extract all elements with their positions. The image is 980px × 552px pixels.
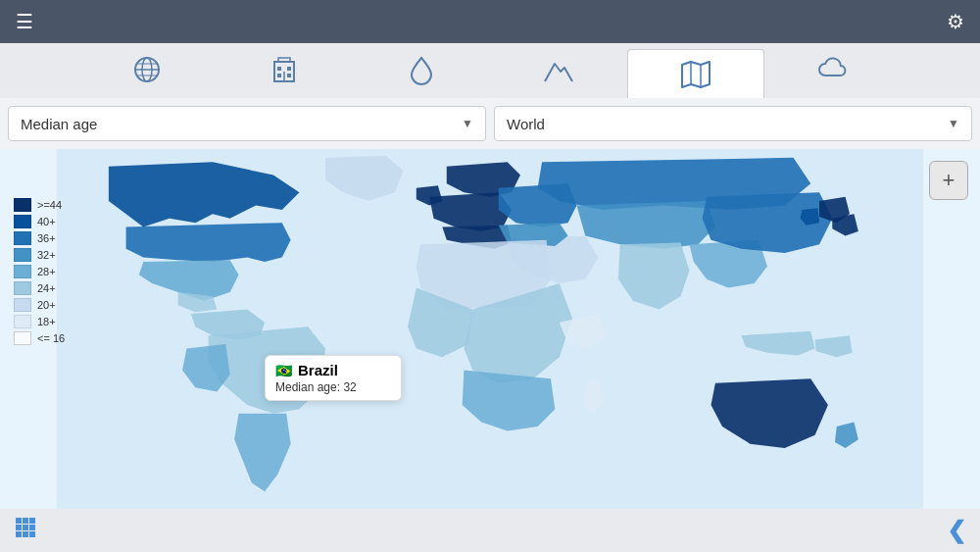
- legend-color-28: [14, 265, 31, 278]
- grid-icon[interactable]: [14, 516, 37, 545]
- country-flag: 🇧🇷: [275, 363, 292, 378]
- svg-rect-17: [23, 518, 28, 524]
- region-dropdown[interactable]: World ▼: [494, 106, 972, 141]
- zoom-in-button[interactable]: +: [929, 161, 968, 200]
- nav-tabs: [0, 43, 980, 98]
- region-dropdown-label: World: [507, 116, 545, 132]
- svg-rect-10: [287, 74, 291, 77]
- svg-marker-12: [682, 62, 710, 87]
- svg-rect-20: [23, 525, 28, 530]
- svg-rect-7: [277, 67, 281, 71]
- legend-item-16: <= 16: [14, 331, 65, 345]
- legend-label-36: 36+: [37, 232, 56, 244]
- tab-map[interactable]: [627, 49, 764, 98]
- legend-color-24: [14, 281, 31, 295]
- country-tooltip: 🇧🇷 Brazil Median age: 32: [265, 355, 402, 401]
- svg-rect-22: [16, 531, 22, 537]
- legend-color-36: [14, 231, 31, 245]
- svg-rect-18: [29, 518, 35, 524]
- metric-dropdown-label: Median age: [21, 116, 97, 132]
- header: ☰ ⚙: [0, 0, 980, 43]
- legend-color-16: [14, 331, 31, 345]
- svg-rect-19: [16, 525, 22, 530]
- map-area: >=44 40+ 36+ 32+ 28+ 24+ 20+ 18+: [0, 149, 980, 509]
- legend-item-40: 40+: [14, 215, 65, 228]
- tab-water[interactable]: [353, 43, 490, 98]
- legend-label-40: 40+: [37, 216, 56, 227]
- legend: >=44 40+ 36+ 32+ 28+ 24+ 20+ 18+: [14, 198, 65, 348]
- svg-rect-23: [23, 531, 28, 537]
- legend-label-32: 32+: [37, 249, 56, 261]
- gear-icon[interactable]: ⚙: [947, 10, 964, 33]
- tab-mountain[interactable]: [490, 43, 627, 98]
- legend-item-24: 24+: [14, 281, 65, 295]
- svg-rect-6: [278, 58, 290, 62]
- legend-color-20: [14, 298, 31, 312]
- svg-rect-16: [16, 518, 22, 524]
- legend-label-28: 28+: [37, 266, 56, 277]
- tooltip-title: 🇧🇷 Brazil: [275, 362, 391, 378]
- legend-color-32: [14, 248, 31, 262]
- dropdowns-row: Median age ▼ World ▼: [0, 98, 980, 149]
- bottom-bar: ❮: [0, 509, 980, 552]
- country-name: Brazil: [298, 362, 338, 378]
- svg-rect-9: [277, 74, 281, 77]
- region-dropdown-arrow: ▼: [948, 117, 959, 130]
- metric-dropdown-arrow: ▼: [462, 117, 473, 130]
- svg-rect-8: [287, 67, 291, 71]
- legend-item-44: >=44: [14, 198, 65, 212]
- legend-item-32: 32+: [14, 248, 65, 262]
- svg-rect-21: [29, 525, 35, 530]
- legend-label-24: 24+: [37, 282, 56, 294]
- legend-color-18: [14, 315, 31, 328]
- legend-item-20: 20+: [14, 298, 65, 312]
- legend-item-36: 36+: [14, 231, 65, 245]
- legend-item-28: 28+: [14, 265, 65, 278]
- hamburger-icon[interactable]: ☰: [16, 10, 33, 33]
- tooltip-stat: Median age: 32: [275, 380, 391, 394]
- world-map-svg[interactable]: [0, 149, 980, 509]
- legend-item-18: 18+: [14, 315, 65, 328]
- tab-building[interactable]: [216, 43, 353, 98]
- legend-label-44: >=44: [37, 199, 62, 211]
- metric-dropdown[interactable]: Median age ▼: [8, 106, 486, 141]
- legend-color-40: [14, 215, 31, 228]
- legend-color-44: [14, 198, 31, 212]
- tab-cloud[interactable]: [764, 43, 902, 98]
- svg-rect-24: [29, 531, 35, 537]
- back-icon[interactable]: ❮: [947, 517, 966, 544]
- legend-label-16: <= 16: [37, 332, 65, 344]
- legend-label-20: 20+: [37, 299, 56, 311]
- tab-globe[interactable]: [78, 43, 216, 98]
- legend-label-18: 18+: [37, 316, 56, 327]
